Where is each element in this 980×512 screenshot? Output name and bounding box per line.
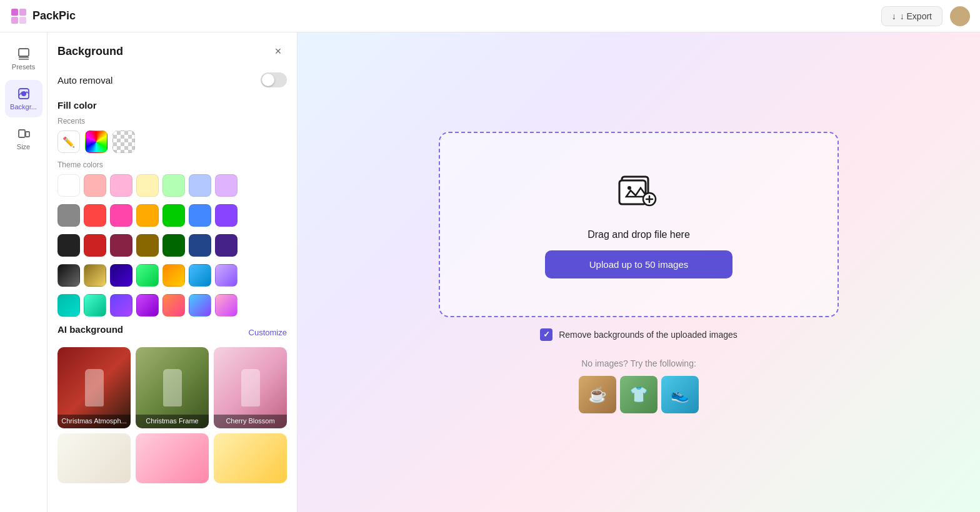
- gradient-coral[interactable]: [162, 294, 185, 317]
- layers-icon: [17, 47, 31, 61]
- gradient-amber[interactable]: [162, 264, 185, 287]
- gradient-lime[interactable]: [136, 264, 159, 287]
- remove-bg-checkbox-row: Remove backgrounds of the uploaded image…: [540, 328, 738, 341]
- color-black[interactable]: [58, 234, 80, 257]
- customize-link[interactable]: Customize: [249, 328, 287, 337]
- drop-zone[interactable]: Drag and drop file here Upload up to 50 …: [439, 132, 839, 317]
- color-dark-green[interactable]: [162, 234, 185, 257]
- ai-card-christmas-frame[interactable]: Christmas Frame: [136, 347, 209, 428]
- color-light-pink[interactable]: [84, 174, 106, 197]
- topbar-actions: ↓ ↓ Export: [881, 6, 970, 26]
- no-images-section: No images? Try the following: ☕ 👕 👟: [579, 358, 699, 413]
- pen-color-swatch[interactable]: ✏️: [58, 130, 80, 153]
- user-avatar[interactable]: [950, 6, 970, 26]
- color-dark-rose[interactable]: [110, 234, 132, 257]
- ai-card-christmas-frame-label: Christmas Frame: [136, 415, 209, 428]
- app-logo[interactable]: PackPic: [10, 7, 76, 25]
- auto-removal-toggle[interactable]: [261, 72, 287, 87]
- gradient-teal[interactable]: [58, 294, 80, 317]
- multicolor-swatch[interactable]: [85, 130, 108, 153]
- color-purple[interactable]: [215, 204, 238, 227]
- sidebar-presets-label: Presets: [12, 63, 35, 71]
- gradient-violet[interactable]: [110, 264, 132, 287]
- ai-card-christmas-atmosphere-label: Christmas Atmosph...: [58, 415, 131, 428]
- gradient-mint[interactable]: [84, 294, 106, 317]
- svg-rect-7: [19, 130, 25, 137]
- color-white[interactable]: [58, 174, 80, 197]
- sidebar-item-background[interactable]: Backgr...: [5, 80, 42, 117]
- bottle-decoration: [163, 369, 182, 406]
- gradient-lavender[interactable]: [215, 264, 238, 287]
- gradient-indigo[interactable]: [110, 294, 132, 317]
- suggestion-coffee[interactable]: ☕: [579, 376, 616, 413]
- canvas-area: Drag and drop file here Upload up to 50 …: [298, 32, 980, 512]
- svg-rect-3: [19, 17, 26, 24]
- color-pink[interactable]: [110, 204, 132, 227]
- gradient-row1: [58, 264, 287, 287]
- ai-more-cards-grid: [58, 433, 287, 483]
- topbar: PackPic ↓ ↓ Export: [0, 0, 980, 32]
- bottle-decoration: [85, 369, 104, 406]
- icon-sidebar: Presets Backgr... Size: [0, 32, 48, 512]
- color-dark-gold[interactable]: [136, 234, 159, 257]
- recents-label: Recents: [58, 117, 287, 126]
- color-light-yellow[interactable]: [136, 174, 159, 197]
- transparent-swatch[interactable]: [112, 130, 135, 153]
- theme-colors-row2: [58, 204, 287, 227]
- color-light-blue[interactable]: [189, 174, 211, 197]
- gradient-magenta[interactable]: [136, 294, 159, 317]
- svg-rect-8: [26, 132, 29, 137]
- color-light-rose[interactable]: [110, 174, 132, 197]
- color-green[interactable]: [162, 204, 185, 227]
- app-name: PackPic: [32, 9, 76, 22]
- svg-rect-2: [11, 17, 18, 24]
- panel-title: Background: [58, 45, 123, 58]
- panel-header: Background ×: [58, 42, 287, 60]
- color-gray[interactable]: [58, 204, 80, 227]
- color-light-green[interactable]: [162, 174, 185, 197]
- remove-bg-checkbox[interactable]: [540, 328, 552, 341]
- sidebar-item-presets[interactable]: Presets: [5, 40, 42, 77]
- ai-more-card-1[interactable]: [58, 433, 131, 483]
- suggestion-shirt[interactable]: 👕: [620, 376, 658, 413]
- gradient-sky[interactable]: [189, 264, 211, 287]
- export-icon: ↓: [892, 11, 896, 21]
- sidebar-item-size[interactable]: Size: [5, 120, 42, 157]
- gradient-black[interactable]: [58, 264, 80, 287]
- theme-colors-row1: [58, 174, 287, 197]
- gradient-row2: [58, 294, 287, 317]
- color-orange[interactable]: [136, 204, 159, 227]
- suggestion-images: ☕ 👕 👟: [579, 376, 699, 413]
- panel-close-button[interactable]: ×: [269, 42, 287, 60]
- svg-rect-1: [19, 9, 26, 16]
- theme-colors-row3: [58, 234, 287, 257]
- ai-bg-title: AI background: [58, 324, 123, 335]
- gradient-gold[interactable]: [84, 264, 106, 287]
- ai-card-cherry-blossom-label: Cherry Blossom: [214, 415, 287, 428]
- packpic-logo-icon: [10, 7, 28, 25]
- fill-color-title: Fill color: [58, 100, 287, 111]
- export-button[interactable]: ↓ ↓ Export: [881, 6, 942, 26]
- color-dark-purple[interactable]: [215, 234, 238, 257]
- ai-more-card-2[interactable]: [136, 433, 209, 483]
- ai-background-section: AI background Customize Christmas Atmosp…: [58, 324, 287, 483]
- ai-card-christmas-atmosphere[interactable]: Christmas Atmosph...: [58, 347, 131, 428]
- suggestion-shoe[interactable]: 👟: [661, 376, 699, 413]
- color-light-purple[interactable]: [215, 174, 238, 197]
- upload-button[interactable]: Upload up to 50 images: [545, 250, 732, 278]
- ai-card-cherry-blossom[interactable]: Cherry Blossom: [214, 347, 287, 428]
- upload-images-icon: [617, 170, 661, 219]
- background-panel: Background × Auto removal Fill color Rec…: [48, 32, 298, 512]
- gradient-blue-purple[interactable]: [189, 294, 211, 317]
- ai-bg-header: AI background Customize: [58, 324, 287, 341]
- color-red[interactable]: [84, 204, 106, 227]
- export-label: ↓ Export: [900, 11, 932, 21]
- main-layout: Presets Backgr... Size Background × Auto: [0, 32, 980, 512]
- color-dark-red[interactable]: [84, 234, 106, 257]
- color-blue[interactable]: [189, 204, 211, 227]
- sidebar-size-label: Size: [17, 143, 30, 150]
- gradient-pink-purple[interactable]: [215, 294, 238, 317]
- ai-more-card-3[interactable]: [214, 433, 287, 483]
- color-dark-blue[interactable]: [189, 234, 211, 257]
- svg-point-11: [628, 186, 631, 190]
